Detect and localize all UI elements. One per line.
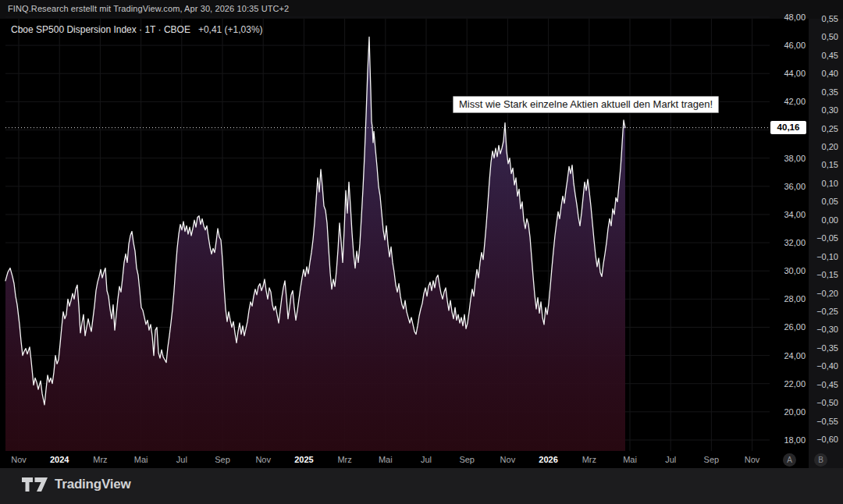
y-axis-label-a: 26,00: [771, 322, 806, 332]
y-axis-label-b: −0,05: [807, 233, 838, 243]
y-axis-label-a: 34,00: [771, 210, 806, 219]
y-axis-label-b: 0,10: [807, 179, 838, 188]
x-axis-month-label: Mrz: [337, 455, 351, 464]
y-axis-label-a: 48,00: [771, 12, 806, 22]
y-axis-label-a: 28,00: [771, 294, 806, 303]
y-axis-label-b: 0,05: [807, 197, 838, 206]
y-axis-label-a: 42,00: [771, 97, 806, 106]
y-axis-label-b: 0,35: [807, 87, 838, 97]
x-axis-month-label: Sep: [459, 455, 475, 464]
x-axis-month-label: Nov: [745, 455, 760, 464]
x-axis-month-label: Mai: [134, 455, 148, 464]
y-axis-label-b: −0,40: [807, 361, 838, 371]
x-axis-month-label: Mrz: [93, 455, 107, 464]
y-axis-label-b: 0,15: [807, 160, 838, 169]
y-axis-label-b: −0,10: [807, 252, 838, 261]
y-axis-label-b: 0,30: [807, 105, 838, 115]
symbol-title: Cboe SP500 Dispersion Index · 1T · CBOE: [11, 24, 190, 35]
x-axis-year-label: 2025: [294, 455, 313, 464]
last-price-label: 40,16: [770, 121, 806, 134]
x-axis-month-label: Jul: [421, 455, 432, 464]
y-axis-label-a: 24,00: [771, 351, 806, 360]
chart-legend[interactable]: Cboe SP500 Dispersion Index · 1T · CBOE+…: [11, 24, 263, 35]
x-axis-month-label: Mai: [379, 455, 393, 464]
y-axis-label-b: −0,35: [807, 343, 838, 353]
scale-b-badge[interactable]: B: [814, 453, 827, 467]
y-axis-label-b: −0,50: [807, 398, 838, 407]
y-axis-label-b: 0,55: [807, 14, 838, 23]
y-axis-label-a: 32,00: [771, 238, 806, 247]
x-axis-month-label: Jul: [176, 455, 187, 464]
x-axis-month-label: Nov: [255, 455, 271, 464]
chart-annotation[interactable]: Misst wie Stark einzelne Aktien aktuell …: [453, 96, 719, 113]
y-axis-label-b: −0,45: [807, 380, 838, 389]
y-axis-label-a: 22,00: [771, 379, 806, 389]
y-axis-label-a: 20,00: [771, 407, 806, 417]
y-axis-label-b: −0,15: [807, 270, 838, 279]
y-axis-label-b: 0,45: [807, 51, 838, 60]
x-axis-month-label: Nov: [11, 455, 27, 464]
x-axis-month-label: Mrz: [582, 455, 596, 464]
price-chart-canvas[interactable]: [0, 0, 843, 468]
y-axis-label-a: 30,00: [771, 266, 806, 275]
tradingview-logo-icon: [22, 477, 48, 492]
y-axis-label-b: −0,30: [807, 325, 838, 334]
y-axis-label-a: 38,00: [771, 154, 806, 163]
x-axis-month-label: Sep: [704, 455, 720, 464]
y-axis-label-a: 18,00: [771, 435, 806, 445]
y-axis-label-b: −0,55: [807, 417, 838, 426]
y-axis-label-b: 0,25: [807, 124, 838, 133]
x-axis-month-label: Nov: [500, 455, 516, 464]
y-axis-label-a: 46,00: [771, 41, 806, 50]
scale-a-badge[interactable]: A: [783, 453, 796, 467]
tradingview-footer: TradingView: [0, 468, 843, 504]
x-axis-month-label: Mai: [623, 455, 637, 464]
x-axis-month-label: Jul: [665, 455, 676, 464]
y-axis-label-b: −0,20: [807, 289, 838, 298]
change-value: +0,41 (+1,03%): [198, 24, 263, 35]
y-axis-label-b: 0,40: [807, 69, 838, 78]
y-axis-label-b: 0,00: [807, 215, 838, 225]
y-axis-label-a: 44,00: [771, 69, 806, 78]
x-axis-year-label: 2026: [539, 455, 557, 464]
y-axis-label-b: 0,50: [807, 32, 838, 41]
y-axis-label-b: −0,25: [807, 307, 838, 316]
y-axis-label-a: 36,00: [771, 182, 806, 191]
y-axis-label-b: 0,20: [807, 142, 838, 151]
y-axis-label-b: −0,60: [807, 435, 838, 444]
tradingview-wordmark: TradingView: [55, 477, 131, 492]
tradingview-screenshot: FINQ.Research erstellt mit TradingView.c…: [0, 0, 843, 504]
x-axis-year-label: 2024: [50, 455, 69, 464]
x-axis-month-label: Sep: [215, 455, 230, 464]
tradingview-logo[interactable]: TradingView: [22, 477, 131, 492]
